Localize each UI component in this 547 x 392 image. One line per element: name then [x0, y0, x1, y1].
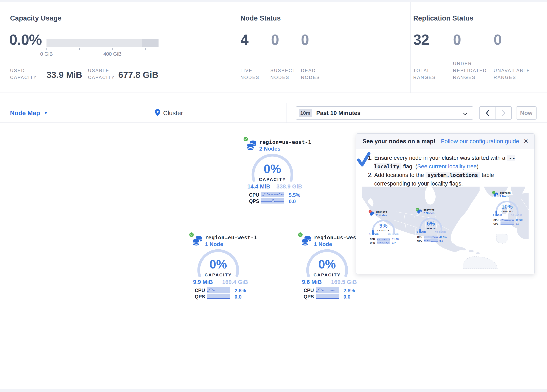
database-icon — [493, 192, 498, 198]
cpu-label: CPU — [493, 219, 499, 221]
step-text: flag. ( — [402, 163, 417, 170]
suspect-nodes-count: 0 — [271, 31, 279, 48]
cpu-label: CPU — [195, 288, 205, 293]
locality-node-count: 2 Nodes — [376, 213, 387, 217]
cpu-value: 42.5% — [439, 236, 447, 239]
qps-label: QPS — [304, 294, 314, 300]
capacity-label: CAPACITY — [491, 210, 523, 213]
used-value: 9.9 MiB — [193, 279, 213, 285]
cpu-sparkline — [377, 238, 390, 241]
under-replicated-label: UNDER-REPLICATED RANGES — [453, 60, 487, 81]
mini-locality-sfo: 1 geo=sfo 2 Nodes 9% CAPACITY 3.2 GiB 35… — [368, 207, 399, 247]
node-map-page: Capacity Usage 0.0% 0 GiB 400 GiB USED C… — [0, 0, 547, 392]
axis-tick-label-400: 400 GiB — [96, 51, 129, 57]
cpu-sparkline — [316, 287, 339, 293]
capacity-percent: 0% — [239, 162, 306, 176]
step-number: 2. — [368, 171, 373, 179]
map-pin-icon — [155, 109, 160, 117]
qps-value: 0.0 — [234, 294, 241, 300]
unavailable-label: UNAVAILABLE RANGES — [494, 67, 533, 81]
capacity-label: CAPACITY — [185, 272, 252, 277]
qps-label: QPS — [370, 242, 375, 244]
step-text: ) — [477, 163, 479, 170]
cpu-label: CPU — [370, 238, 375, 241]
dead-nodes-count: 0 — [301, 31, 309, 48]
used-value: 9.6 MiB — [302, 279, 322, 285]
used-value: 3.2 GiB — [369, 233, 379, 236]
cpu-sparkline — [207, 287, 230, 293]
divider — [232, 2, 232, 93]
time-back-button[interactable] — [479, 107, 495, 119]
qps-sparkline — [500, 222, 514, 225]
locality-node-count: 1 Node — [500, 194, 509, 198]
locality-card-us-east-1[interactable]: region=us-east-1 2 Nodes 0% CAPACITY 14.… — [239, 136, 306, 205]
capacity-label: CAPACITY — [415, 227, 446, 229]
database-icon — [301, 236, 311, 246]
database-icon — [247, 140, 257, 151]
qps-sparkline — [377, 241, 390, 244]
popup-title: See your nodes on a map! — [362, 138, 436, 145]
cpu-value: 2.8% — [343, 288, 355, 294]
locality-card-us-west-1[interactable]: region=us-west-1 1 Node 0% CAPACITY 9.6 … — [294, 231, 361, 301]
time-step-arrows — [479, 106, 512, 120]
used-value: 14.4 MiB — [247, 183, 270, 190]
capacity-value: 338.9 GiB — [276, 183, 302, 190]
suspect-nodes-label: SUSPECT NODES — [270, 67, 298, 81]
example-node-map-image: 1 geo=sfo 2 Nodes 9% CAPACITY 3.2 GiB 35… — [362, 186, 529, 269]
locality-name: geo=sfo — [376, 210, 387, 213]
unavailable-count: 0 — [494, 31, 502, 48]
mini-locality-ams: geo=ams 1 Node 10% CAPACITY 3.6 GiB 34.4… — [491, 188, 523, 228]
total-ranges-count: 32 — [413, 31, 429, 48]
qps-sparkline — [316, 294, 339, 299]
code-system-locations: system.locations — [425, 172, 480, 179]
capacity-value: 65.7 GiB — [435, 231, 446, 234]
time-range-label: Past 10 Minutes — [316, 110, 361, 117]
time-range-badge: 10m — [299, 109, 312, 117]
capacity-value: 169.5 GiB — [331, 279, 357, 285]
cpu-label: CPU — [417, 236, 422, 238]
qps-value: 0.0 — [439, 240, 443, 242]
qps-value: 0.0 — [516, 223, 519, 226]
top-strip — [0, 0, 547, 2]
now-button[interactable]: Now — [516, 106, 537, 120]
step-2: 2.Add locations to the system.locations … — [369, 171, 529, 188]
view-selector[interactable]: Node Map ▾ — [10, 103, 47, 123]
chevron-down-icon — [463, 112, 467, 116]
cluster-summary-panel: Capacity Usage 0.0% 0 GiB 400 GiB USED C… — [0, 2, 547, 93]
database-icon — [193, 236, 202, 246]
step-text: Add locations to the — [374, 172, 425, 178]
qps-label: QPS — [249, 199, 259, 204]
capacity-percent: 0% — [294, 257, 361, 271]
used-value: 3.7 GiB — [416, 231, 426, 234]
capacity-percent: 6% — [415, 220, 446, 227]
total-ranges-label: TOTAL RANGES — [413, 67, 440, 81]
capacity-usage-percent: 0.0% — [9, 31, 42, 48]
locality-card-eu-west-1[interactable]: region=eu-west-1 1 Node 0% CAPACITY 9.9 … — [185, 231, 252, 301]
used-capacity-label: USED CAPACITY — [10, 67, 44, 81]
cpu-value: 11.0% — [392, 238, 399, 241]
capacity-value: 34.4 GiB — [511, 214, 522, 217]
qps-sparkline — [261, 198, 284, 204]
locality-name: geo=ams — [500, 191, 511, 194]
locality-name: geo=nyc — [424, 208, 435, 211]
qps-value: 4.7 — [392, 242, 396, 245]
time-range-select[interactable]: 10m Past 10 Minutes — [296, 106, 473, 120]
locality-node-count: 2 Nodes — [259, 145, 280, 152]
capacity-value: 35.1 GiB — [387, 233, 399, 236]
live-nodes-label: LIVE NODES — [240, 67, 266, 81]
locality-node-count: 1 Node — [314, 241, 332, 248]
database-icon — [370, 211, 375, 217]
breadcrumb[interactable]: Cluster — [155, 103, 183, 123]
configuration-guide-link[interactable]: Follow our configuration guide — [441, 138, 519, 145]
dead-nodes-label: DEAD NODES — [301, 67, 326, 81]
replication-status-title: Replication Status — [413, 14, 473, 22]
usable-capacity-value: 677.8 GiB — [118, 70, 158, 80]
cpu-label: CPU — [304, 288, 314, 293]
locality-tree-link[interactable]: See current locality tree — [417, 163, 477, 170]
locality-name: region=us-east-1 — [259, 139, 311, 145]
qps-label: QPS — [493, 223, 499, 225]
cpu-sparkline — [261, 192, 284, 197]
cpu-sparkline — [424, 236, 438, 239]
close-icon[interactable]: × — [524, 137, 528, 145]
time-forward-button[interactable] — [495, 107, 511, 119]
